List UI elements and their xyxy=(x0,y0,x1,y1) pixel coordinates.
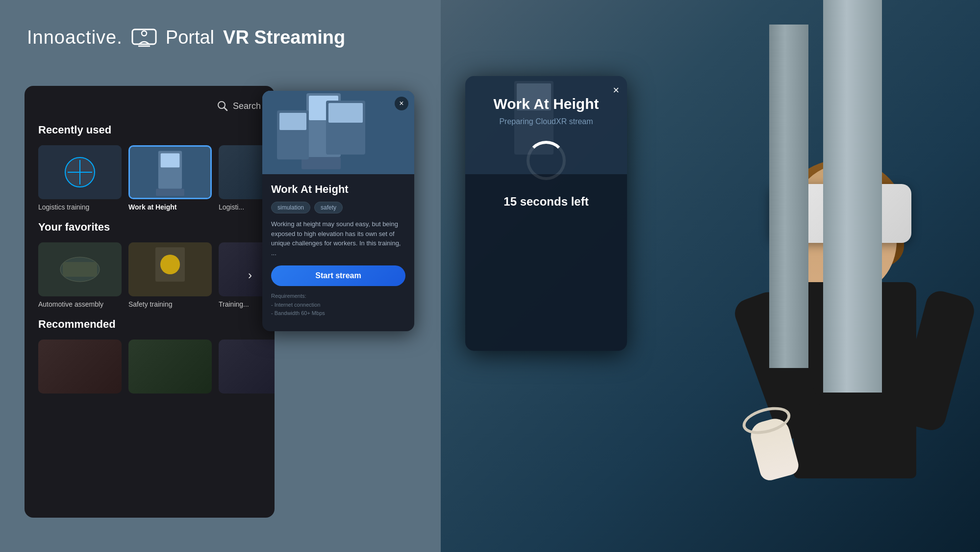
requirement-1: - Internet connection xyxy=(271,301,405,310)
recently-used-row: Logistics training Work at Height Logist… xyxy=(38,145,261,211)
card-thumb-rec3 xyxy=(219,340,275,394)
card-thumb-rec2 xyxy=(128,340,212,394)
brand-name: Innoactive. xyxy=(27,27,123,48)
recently-used-cards: Logistics training Work at Height Logist… xyxy=(38,145,261,211)
detail-title: Work At Height xyxy=(271,183,405,196)
favorites-cards: Automotive assembly Safety training Trai… xyxy=(38,242,261,308)
card-rec3[interactable] xyxy=(219,340,275,394)
card-thumb-safety xyxy=(128,242,212,296)
svg-point-1 xyxy=(142,31,147,36)
background-tower-1 xyxy=(823,0,882,393)
card-label-automotive: Automotive assembly xyxy=(38,300,122,308)
favorites-nav-arrow[interactable]: › xyxy=(248,268,252,282)
portal-icon xyxy=(131,27,157,48)
recommended-title: Recommended xyxy=(38,318,261,331)
detail-description: Working at height may sound easy, but be… xyxy=(271,219,405,258)
recommended-divider: Recommended xyxy=(38,318,261,331)
card-safety-training[interactable]: Safety training xyxy=(128,242,212,308)
background-tower-2 xyxy=(769,25,808,368)
card-logistics-training[interactable]: Logistics training xyxy=(38,145,122,211)
search-label[interactable]: Search xyxy=(233,101,261,111)
card-label-logistics: Logistics training xyxy=(38,203,122,211)
detail-hero-image xyxy=(262,91,414,174)
card-work-at-height[interactable]: Work at Height xyxy=(128,145,212,211)
card-thumb-rec1 xyxy=(38,340,122,394)
streaming-close-button[interactable]: × xyxy=(613,84,619,97)
requirements-label: Requirements: xyxy=(271,292,405,301)
header: Innoactive. Portal VR Streaming xyxy=(27,27,345,48)
search-bar: Search xyxy=(38,101,261,111)
card-thumb-logistics xyxy=(38,145,122,199)
streaming-panel: × Work At Height Preparing CloudXR strea… xyxy=(465,76,627,351)
vr-streaming-label: VR Streaming xyxy=(223,27,345,48)
library-panel: Search Recently used Logistics training … xyxy=(25,86,275,518)
seconds-left: 15 seconds left xyxy=(503,195,588,209)
requirements-section: Requirements: - Internet connection - Ba… xyxy=(271,292,405,318)
svg-line-4 xyxy=(224,107,227,110)
search-icon xyxy=(217,101,228,111)
favorites-divider: Your favorites xyxy=(38,221,261,234)
card-automotive[interactable]: Automotive assembly xyxy=(38,242,122,308)
detail-body: Work At Height simulation safety Working… xyxy=(262,174,414,325)
favorites-title: Your favorites xyxy=(38,221,261,234)
card-thumb-automotive xyxy=(38,242,122,296)
loading-spinner xyxy=(527,141,566,180)
tag-safety: safety xyxy=(314,202,343,213)
portal-label: Portal xyxy=(166,27,214,48)
card-rec2[interactable] xyxy=(128,340,212,394)
streaming-title: Work At Height xyxy=(494,96,599,112)
detail-popup: × Work At Height simulation safety Worki… xyxy=(262,91,414,331)
card-label-work-height: Work at Height xyxy=(128,203,212,211)
start-stream-button[interactable]: Start stream xyxy=(271,265,405,286)
detail-close-button[interactable]: × xyxy=(395,97,408,110)
card-thumb-work-height xyxy=(128,145,212,199)
detail-tags: simulation safety xyxy=(271,202,405,213)
recommended-cards xyxy=(38,340,261,394)
detail-hero-img-content xyxy=(262,91,414,174)
favorites-row-wrap: Automotive assembly Safety training Trai… xyxy=(38,242,261,308)
card-label-safety: Safety training xyxy=(128,300,212,308)
tag-simulation: simulation xyxy=(271,202,310,213)
requirement-2: - Bandwidth 60+ Mbps xyxy=(271,309,405,318)
preparing-text: Preparing CloudXR stream xyxy=(499,117,593,126)
spinner-circle xyxy=(527,141,566,180)
recently-used-title: Recently used xyxy=(38,124,261,136)
card-rec1[interactable] xyxy=(38,340,122,394)
